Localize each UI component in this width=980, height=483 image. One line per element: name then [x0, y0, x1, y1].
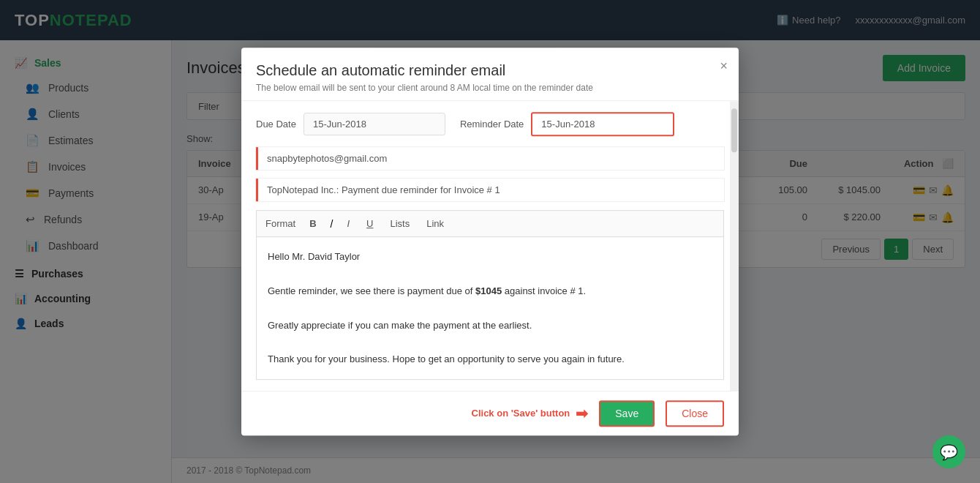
bold-button[interactable]: B [306, 217, 319, 231]
modal-close-x[interactable]: × [720, 59, 728, 74]
date-row: Due Date Reminder Date [256, 112, 724, 136]
editor-toolbar: Format B / I U Lists Link [256, 210, 724, 236]
email-input[interactable] [256, 147, 724, 170]
due-date-input[interactable] [304, 113, 445, 135]
modal: Schedule an automatic reminder email The… [241, 48, 739, 435]
body-line2: Gentle reminder, we see there is payment… [268, 282, 712, 299]
reminder-date-group: Reminder Date [460, 112, 674, 136]
link-button[interactable]: Link [423, 217, 447, 231]
due-date-group: Due Date [256, 113, 445, 135]
hint-text: Click on 'Save' button ➡ [472, 405, 589, 422]
body-line4: Thank you for your business. Hope to get… [268, 351, 712, 367]
modal-body: Due Date Reminder Date Format B / I U Li… [241, 101, 739, 391]
close-button[interactable]: Close [666, 400, 724, 427]
format-label: Format [265, 218, 295, 229]
reminder-date-input[interactable] [531, 112, 674, 136]
scrollbar-thumb [731, 108, 737, 152]
modal-subtitle: The below email will be sent to your cli… [256, 83, 724, 93]
scrollbar[interactable] [730, 101, 739, 391]
subject-input[interactable] [256, 179, 724, 201]
arrow-icon: ➡ [576, 405, 588, 422]
reminder-date-label: Reminder Date [460, 119, 524, 130]
save-button[interactable]: Save [599, 400, 655, 427]
due-date-label: Due Date [256, 119, 296, 130]
italic-button[interactable]: I [344, 217, 353, 231]
modal-header: Schedule an automatic reminder email The… [241, 48, 739, 101]
lists-button[interactable]: Lists [387, 217, 412, 231]
chat-icon: 💬 [940, 443, 958, 461]
chat-widget[interactable]: 💬 [932, 435, 965, 468]
body-line1: Hello Mr. David Taylor [268, 248, 712, 265]
email-body-editor[interactable]: Hello Mr. David Taylor Gentle reminder, … [256, 236, 724, 380]
underline-button[interactable]: U [363, 217, 376, 231]
modal-footer: Click on 'Save' button ➡ Save Close [241, 391, 739, 435]
body-line3: Greatly appreciate if you can make the p… [268, 317, 712, 334]
modal-title: Schedule an automatic reminder email [256, 62, 724, 79]
